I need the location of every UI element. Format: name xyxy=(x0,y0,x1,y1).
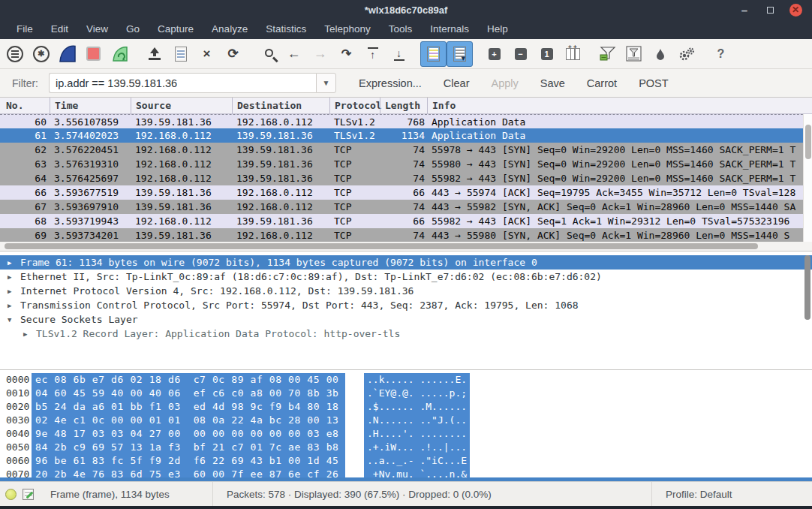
expert-info-icon[interactable] xyxy=(5,489,17,500)
packet-row-67[interactable]: 673.593697910139.59.181.36192.168.0.112T… xyxy=(0,200,803,214)
column-header-destination[interactable]: Destination xyxy=(232,98,302,114)
go-back-button[interactable]: ← xyxy=(281,41,307,67)
details-vscrollbar-thumb[interactable] xyxy=(804,255,810,320)
detail-line-1[interactable]: ▶Ethernet II, Src: Tp-LinkT_0c:89:af (18… xyxy=(0,270,812,284)
reload-button[interactable]: ⟳ xyxy=(220,41,246,67)
stop-capture-button[interactable] xyxy=(80,41,107,67)
zoom-100-button[interactable]: 1 xyxy=(534,41,560,67)
packet-row-66[interactable]: 663.593677519139.59.181.36192.168.0.112T… xyxy=(0,185,803,200)
menu-edit[interactable]: Edit xyxy=(42,20,77,39)
column-header-time[interactable]: Time xyxy=(50,98,78,114)
packet-list-hscrollbar[interactable] xyxy=(0,242,812,251)
go-to-bottom-button[interactable]: ↓ xyxy=(386,41,412,67)
menu-tools[interactable]: Tools xyxy=(380,20,422,39)
auto-scroll-toggle[interactable] xyxy=(447,41,473,67)
open-file-button[interactable] xyxy=(141,41,167,67)
packet-list-vscrollbar[interactable] xyxy=(803,114,812,242)
filter-dropdown-button[interactable]: ▼ xyxy=(316,73,336,93)
column-header-protocol[interactable]: Protocol xyxy=(329,98,382,114)
packet-list-hscrollbar-thumb[interactable] xyxy=(5,243,758,249)
go-to-top-button[interactable]: ↑ xyxy=(359,41,386,67)
menu-analyze[interactable]: Analyze xyxy=(203,20,257,39)
restart-capture-button[interactable] xyxy=(107,41,133,67)
status-profile[interactable]: Profile: Default xyxy=(651,482,812,506)
packet-row-68[interactable]: 683.593719943192.168.0.112139.59.181.36T… xyxy=(0,214,803,228)
menu-go[interactable]: Go xyxy=(117,20,149,39)
collapsed-triangle-icon[interactable]: ▶ xyxy=(8,270,11,285)
go-to-packet-button[interactable]: ↷ xyxy=(333,41,359,67)
menu-view[interactable]: View xyxy=(77,20,117,39)
detail-line-5[interactable]: ▶TLSv1.2 Record Layer: Application Data … xyxy=(0,327,812,341)
zoom-in-button[interactable]: + xyxy=(481,41,507,67)
maximize-button[interactable] xyxy=(761,0,779,20)
start-capture-button[interactable] xyxy=(54,41,80,67)
column-header-length[interactable]: Length xyxy=(380,98,420,114)
filter-input[interactable] xyxy=(49,73,316,93)
hex-ascii: .$...... .M...... xyxy=(367,400,467,414)
packet-row-61[interactable]: 613.574402023192.168.0.112139.59.181.36T… xyxy=(0,128,803,143)
detail-line-3[interactable]: ▶Transmission Control Protocol, Src Port… xyxy=(0,298,812,312)
capture-filters-button[interactable] xyxy=(594,41,621,67)
packet-row-62[interactable]: 623.576220451192.168.0.112139.59.181.36T… xyxy=(0,143,803,157)
save-as-button[interactable] xyxy=(167,41,194,67)
open-file-icon xyxy=(149,47,161,60)
collapsed-triangle-icon[interactable]: ▶ xyxy=(8,285,11,299)
detail-line-4[interactable]: ▼Secure Sockets Layer xyxy=(0,312,812,327)
hex-row-0050[interactable]: 005084 2b c9 69 57 13 1a f3 bf 21 c7 01 … xyxy=(0,441,812,454)
column-header-source[interactable]: Source xyxy=(131,98,171,114)
display-filters-button[interactable] xyxy=(621,41,647,67)
close-button[interactable]: ✕ xyxy=(786,0,804,20)
packet-row-63[interactable]: 633.576319310192.168.0.112139.59.181.36T… xyxy=(0,157,803,171)
cell-protocol: TCP xyxy=(334,228,351,242)
chevron-down-icon: ▼ xyxy=(323,79,330,87)
capture-options-button[interactable]: ✱ xyxy=(28,41,54,67)
menu-telephony[interactable]: Telephony xyxy=(315,20,380,39)
details-vscrollbar[interactable] xyxy=(804,255,811,365)
column-header-no[interactable]: No. xyxy=(2,98,23,114)
hex-row-0000[interactable]: 0000ec 08 6b e7 d6 02 18 d6 c7 0c 89 af … xyxy=(0,373,812,387)
packet-row-64[interactable]: 643.576425697192.168.0.112139.59.181.36T… xyxy=(0,171,803,185)
hex-row-0040[interactable]: 00409e 48 17 03 03 04 27 00 00 00 00 00 … xyxy=(0,427,812,441)
capture-comment-icon[interactable] xyxy=(23,489,34,500)
close-file-icon: × xyxy=(203,47,211,62)
zoom-out-button[interactable]: − xyxy=(507,41,534,67)
filter-button-carrot[interactable]: Carrot xyxy=(587,77,617,89)
hex-row-0020[interactable]: 0020b5 24 da a6 01 bb f1 03 ed 4d 98 9c … xyxy=(0,400,812,414)
collapsed-triangle-icon[interactable]: ▶ xyxy=(23,327,27,342)
expanded-triangle-icon[interactable]: ▼ xyxy=(8,313,11,327)
hex-row-0030[interactable]: 003002 4e c1 0c 00 00 01 01 08 0a 22 4a … xyxy=(0,414,812,427)
column-header-info[interactable]: Info xyxy=(427,98,456,114)
list-interfaces-button[interactable] xyxy=(2,41,28,67)
filter-button-clear[interactable]: Clear xyxy=(444,77,470,89)
preferences-button[interactable] xyxy=(673,41,699,67)
preferences-icon xyxy=(678,47,695,62)
detail-line-2[interactable]: ▶Internet Protocol Version 4, Src: 192.1… xyxy=(0,284,812,298)
packet-row-69[interactable]: 693.593734201139.59.181.36192.168.0.112T… xyxy=(0,228,803,242)
resize-columns-button[interactable] xyxy=(560,41,586,67)
collapsed-triangle-icon[interactable]: ▶ xyxy=(8,299,11,313)
cell-protocol: TCP xyxy=(334,143,351,157)
menu-file[interactable]: File xyxy=(8,20,42,39)
menu-internals[interactable]: Internals xyxy=(421,20,478,39)
minimize-button[interactable]: – xyxy=(735,0,753,20)
detail-line-0[interactable]: ▶Frame 61: 1134 bytes on wire (9072 bits… xyxy=(0,255,812,270)
packet-row-60[interactable]: 603.556107859139.59.181.36192.168.0.112T… xyxy=(0,114,803,128)
find-packet-button[interactable] xyxy=(254,41,281,67)
cell-no: 66 xyxy=(5,185,47,200)
filter-button-expression[interactable]: Expression... xyxy=(359,77,422,89)
hex-row-0010[interactable]: 001004 60 45 59 40 00 40 06 ef c6 c0 a8 … xyxy=(0,387,812,400)
menu-statistics[interactable]: Statistics xyxy=(257,20,315,39)
colorize-toggle[interactable] xyxy=(420,41,447,67)
hex-row-0060[interactable]: 006096 be 61 83 fc 5f f9 2d f6 22 69 43 … xyxy=(0,454,812,468)
packet-list-vscrollbar-thumb[interactable] xyxy=(805,125,811,159)
coloring-rules-button[interactable] xyxy=(647,41,673,67)
close-file-button[interactable]: × xyxy=(194,41,220,67)
filter-button-save[interactable]: Save xyxy=(540,77,565,89)
help-button[interactable]: ? xyxy=(708,41,734,67)
go-forward-button[interactable]: → xyxy=(307,41,333,67)
collapsed-triangle-icon[interactable]: ▶ xyxy=(8,256,11,270)
cell-protocol: TLSv1.2 xyxy=(334,115,375,129)
filter-button-post[interactable]: POST xyxy=(639,77,668,89)
menu-capture[interactable]: Capture xyxy=(149,20,203,39)
menu-help[interactable]: Help xyxy=(478,20,517,39)
